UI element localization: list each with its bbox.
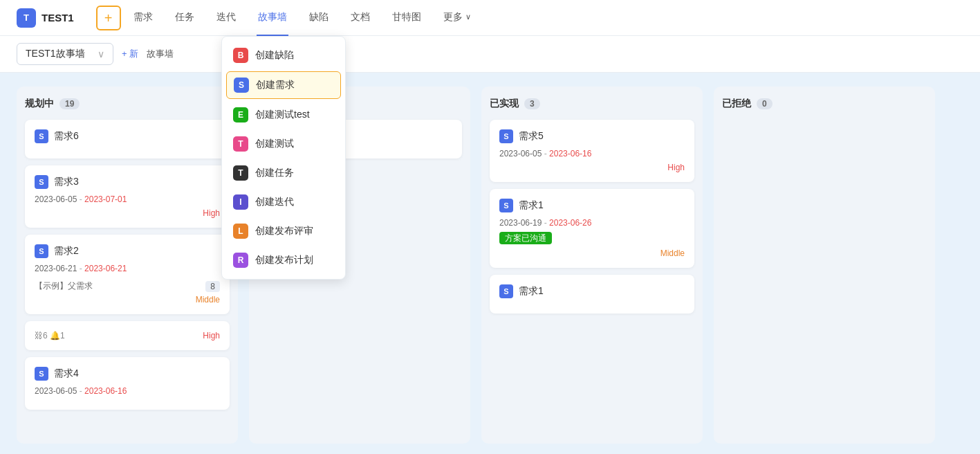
app-title: TEST1	[41, 12, 74, 24]
iteration-icon: I	[233, 194, 248, 210]
badge-req2: S	[35, 244, 48, 258]
card-req1b[interactable]: S 需求1	[490, 275, 694, 314]
logo-area: T TEST1	[17, 8, 74, 28]
col-header-realized: 已实现 3	[490, 98, 694, 110]
card-req6[interactable]: S 需求6	[25, 120, 230, 158]
column-rejected: 已拒绝 0	[714, 87, 935, 444]
nav-item-requirement[interactable]: 需求	[132, 0, 154, 36]
dropdown-item-create-requirement[interactable]: S 创建需求	[226, 71, 341, 99]
priority-req2b: High	[203, 331, 220, 340]
card-req5[interactable]: S 需求5 2023-06-05 - 2023-06-16 High	[490, 120, 694, 182]
release-review-icon: L	[233, 224, 248, 239]
nav-item-storywall[interactable]: 故事墙	[257, 0, 288, 36]
nav-item-more[interactable]: 更多 ∨	[442, 0, 472, 36]
col-count-rejected: 0	[757, 98, 773, 109]
nav-item-bug[interactable]: 缺陷	[308, 0, 330, 36]
col-count-planning: 19	[59, 98, 80, 109]
count-badge-req2: 8	[205, 281, 220, 292]
board-container: 规划中 19 S 需求6 S 需求3 2023-06-05 - 2023-07-…	[0, 73, 980, 454]
nav-item-iteration[interactable]: 迭代	[215, 0, 237, 36]
status-tag-req1: 方案已沟通	[499, 232, 552, 244]
dropdown-menu: B 创建缺陷 S 创建需求 E 创建测试test T 创建测试 T 创建任务 I…	[221, 36, 346, 280]
card-req2[interactable]: S 需求2 2023-06-21 - 2023-06-21 【示例】父需求 8 …	[25, 235, 230, 314]
badge-req1: S	[499, 199, 513, 212]
col-header-planning: 规划中 19	[25, 98, 230, 110]
meta-icons-req2b: ⛓6 🔔1	[35, 331, 65, 340]
plus-button[interactable]: +	[96, 6, 121, 30]
test2-icon: T	[233, 136, 248, 152]
select-chevron-icon: ∨	[98, 48, 104, 60]
column-realized: 已实现 3 S 需求5 2023-06-05 - 2023-06-16 High…	[481, 87, 703, 444]
dropdown-item-create-release-review[interactable]: L 创建发布评审	[222, 217, 345, 246]
sub-header: TEST1故事墙 ∨ + 新 故事墙	[0, 36, 980, 73]
release-plan-icon: R	[233, 253, 248, 268]
bug-icon: B	[233, 48, 248, 63]
card-req3[interactable]: S 需求3 2023-06-05 - 2023-07-01 High	[25, 165, 230, 228]
dropdown-item-create-test2[interactable]: T 创建测试	[222, 129, 345, 158]
dropdown-item-create-bug[interactable]: B 创建缺陷	[222, 41, 345, 70]
logo-icon: T	[17, 8, 36, 28]
badge-req4: S	[35, 367, 48, 381]
add-new-button[interactable]: + 新	[122, 48, 138, 60]
priority-req1: Middle	[499, 248, 685, 258]
task-icon: T	[233, 165, 248, 181]
nav-item-task[interactable]: 任务	[174, 0, 196, 36]
priority-req2: Middle	[35, 295, 220, 305]
badge-req5: S	[499, 129, 513, 143]
card-req2b[interactable]: ⛓6 🔔1 High	[25, 321, 230, 350]
priority-req5: High	[499, 163, 685, 172]
card-req1[interactable]: S 需求1 2023-06-19 - 2023-06-26 方案已沟通 Midd…	[490, 189, 694, 268]
card-req4[interactable]: S 需求4 2023-06-05 - 2023-06-16	[25, 357, 230, 410]
card-sub-req2: 【示例】父需求	[35, 280, 93, 292]
badge-req6: S	[35, 129, 48, 143]
top-navigation: T TEST1 + 需求 任务 迭代 故事墙 缺陷 文档 甘特图 更多 ∨ B …	[0, 0, 980, 36]
nav-item-doc[interactable]: 文档	[349, 0, 371, 36]
dropdown-item-create-iteration[interactable]: I 创建迭代	[222, 188, 345, 217]
nav-items: 需求 任务 迭代 故事墙 缺陷 文档 甘特图 更多 ∨	[132, 0, 963, 36]
badge-req1b: S	[499, 284, 513, 298]
dropdown-item-create-test[interactable]: E 创建测试test	[222, 100, 345, 129]
col-count-realized: 3	[524, 98, 540, 109]
dropdown-item-create-task[interactable]: T 创建任务	[222, 158, 345, 188]
breadcrumb-suffix: 故事墙	[147, 48, 174, 60]
priority-req3: High	[35, 208, 220, 218]
test-icon: E	[233, 107, 248, 122]
nav-item-gantt[interactable]: 甘特图	[391, 0, 423, 36]
dropdown-item-create-release-plan[interactable]: R 创建发布计划	[222, 246, 345, 275]
col-header-rejected: 已拒绝 0	[722, 98, 927, 110]
storywall-select[interactable]: TEST1故事墙 ∨	[17, 43, 113, 65]
column-planning: 规划中 19 S 需求6 S 需求3 2023-06-05 - 2023-07-…	[17, 87, 238, 444]
badge-req3: S	[35, 175, 48, 189]
requirement-icon: S	[234, 78, 249, 93]
